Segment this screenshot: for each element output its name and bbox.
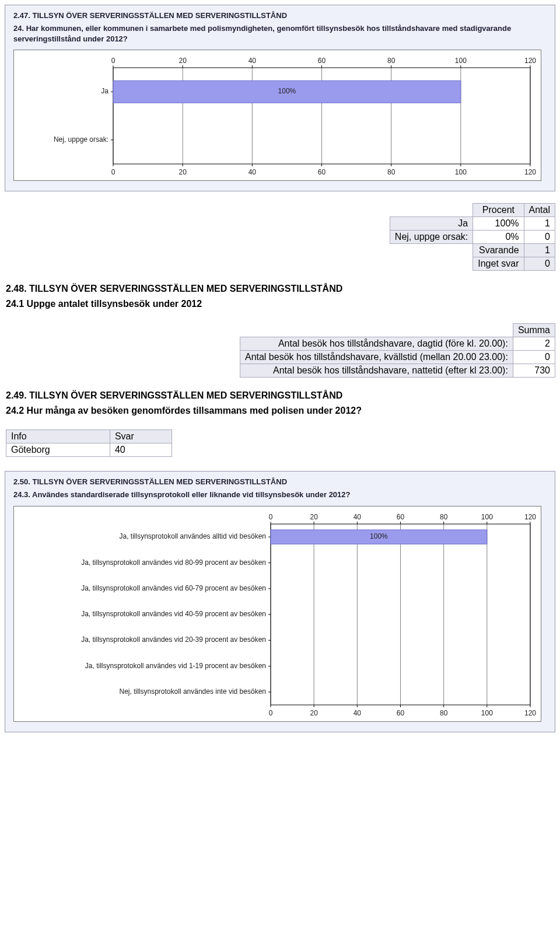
panel-heading: 2.47. TILLSYN ÖVER SERVERINGSSTÄLLEN MED… xyxy=(13,11,547,20)
row-procent: 0% xyxy=(473,230,524,244)
svg-text:120: 120 xyxy=(524,513,536,521)
svg-text:120: 120 xyxy=(524,709,536,717)
svg-text:120: 120 xyxy=(524,168,536,176)
svg-text:Ja, tillsynsprotokoll användes: Ja, tillsynsprotokoll användes vid 80-99… xyxy=(81,558,266,566)
svg-text:Nej, uppge orsak:: Nej, uppge orsak: xyxy=(54,135,108,144)
table-row: Antal besök hos tillståndshavare, nattet… xyxy=(240,364,555,377)
bar-chart-250: 002020404060608080100100120120Ja, tillsy… xyxy=(13,506,541,722)
svg-text:Ja, tillsynsprotokoll användes: Ja, tillsynsprotokoll användes vid 1-19 … xyxy=(85,662,266,670)
bar-chart-247: 002020404060608080100100120120Ja100%Nej,… xyxy=(13,50,541,181)
chart-panel-247: 2.47. TILLSYN ÖVER SERVERINGSSTÄLLEN MED… xyxy=(5,5,555,191)
section-sub-248: 24.1 Uppge antalet tillsynsbesök under 2… xyxy=(6,298,554,310)
summa-table-248: Summa Antal besök hos tillståndshavare, … xyxy=(240,323,555,378)
info-header-info: Info xyxy=(6,430,110,443)
col-procent: Procent xyxy=(473,204,524,217)
svg-text:20: 20 xyxy=(178,57,187,65)
footer-row: Svarande 1 xyxy=(390,244,555,257)
table-row: Ja 100% 1 xyxy=(390,217,555,230)
svar-cell: 40 xyxy=(110,443,172,457)
svg-text:40: 40 xyxy=(354,513,362,521)
svg-text:0: 0 xyxy=(111,57,116,65)
footer-value: 1 xyxy=(524,244,555,257)
section-sub-249: 24.2 Hur många av besöken genomfördes ti… xyxy=(6,404,554,417)
svg-text:80: 80 xyxy=(387,57,396,65)
footer-row: Inget svar 0 xyxy=(390,257,555,271)
svg-text:60: 60 xyxy=(318,168,326,176)
svg-text:100%: 100% xyxy=(370,532,388,540)
svg-text:60: 60 xyxy=(318,57,326,65)
svg-text:80: 80 xyxy=(440,709,448,717)
svg-text:20: 20 xyxy=(310,709,318,717)
svg-text:80: 80 xyxy=(387,168,396,176)
summa-header: Summa xyxy=(513,323,555,337)
svg-text:Ja: Ja xyxy=(101,88,108,96)
row-label: Antal besök hos tillståndshavare, dagtid… xyxy=(240,337,513,350)
row-label: Antal besök hos tillståndshavare, nattet… xyxy=(240,364,513,377)
table-row: Antal besök hos tillståndshavare, dagtid… xyxy=(240,337,555,350)
svg-text:100: 100 xyxy=(481,513,493,521)
info-table-249: Info Svar Göteborg 40 xyxy=(6,429,172,457)
info-cell: Göteborg xyxy=(6,443,110,457)
svg-text:60: 60 xyxy=(397,709,405,717)
svg-text:100%: 100% xyxy=(278,88,296,96)
row-label: Ja xyxy=(390,217,473,230)
svg-text:60: 60 xyxy=(397,513,405,521)
row-procent: 100% xyxy=(473,217,524,230)
row-antal: 0 xyxy=(524,230,555,244)
svg-text:20: 20 xyxy=(178,168,187,176)
svg-text:80: 80 xyxy=(440,513,448,521)
footer-value: 0 xyxy=(524,257,555,271)
svg-text:120: 120 xyxy=(524,57,536,65)
panel-question: 24. Har kommunen, eller kommunen i samar… xyxy=(13,23,547,44)
chart-panel-250: 2.50. TILLSYN ÖVER SERVERINGSSTÄLLEN MED… xyxy=(5,471,555,732)
row-value: 0 xyxy=(513,350,555,364)
table-row: Antal besök hos tillståndshavare, kvälls… xyxy=(240,350,555,364)
row-label: Nej, uppge orsak: xyxy=(390,230,473,244)
svg-text:40: 40 xyxy=(354,709,362,717)
svg-text:100: 100 xyxy=(455,168,467,176)
svg-text:0: 0 xyxy=(269,709,273,717)
svg-text:20: 20 xyxy=(310,513,318,521)
svg-text:Ja, tillsynsprotokoll användes: Ja, tillsynsprotokoll användes alltid vi… xyxy=(120,532,266,540)
panel-heading: 2.50. TILLSYN ÖVER SERVERINGSSTÄLLEN MED… xyxy=(13,477,547,486)
row-value: 730 xyxy=(513,364,555,377)
svg-text:Ja, tillsynsprotokoll användes: Ja, tillsynsprotokoll användes vid 40-59… xyxy=(81,610,266,618)
row-value: 2 xyxy=(513,337,555,350)
table-row: Nej, uppge orsak: 0% 0 xyxy=(390,230,555,244)
col-antal: Antal xyxy=(524,204,555,217)
svg-text:Ja, tillsynsprotokoll användes: Ja, tillsynsprotokoll användes vid 20-39… xyxy=(81,635,266,644)
footer-label: Svarande xyxy=(473,244,524,257)
svg-text:0: 0 xyxy=(111,168,116,176)
svg-text:100: 100 xyxy=(481,709,493,717)
svg-text:40: 40 xyxy=(249,168,257,176)
panel-question: 24.3. Användes standardiserade tillsynsp… xyxy=(13,490,547,500)
footer-label: Inget svar xyxy=(473,257,524,271)
row-label: Antal besök hos tillståndshavare, kvälls… xyxy=(240,350,513,364)
row-antal: 1 xyxy=(524,217,555,230)
table-row: Göteborg 40 xyxy=(6,443,172,457)
svg-text:0: 0 xyxy=(269,513,273,521)
svg-text:Nej, tillsynsprotokoll använde: Nej, tillsynsprotokoll användes inte vid… xyxy=(120,687,266,696)
svg-text:40: 40 xyxy=(249,57,257,65)
results-table-247: Procent Antal Ja 100% 1 Nej, uppge orsak… xyxy=(390,203,555,271)
section-title-248: 2.48. TILLSYN ÖVER SERVERINGSSTÄLLEN MED… xyxy=(6,284,554,294)
svg-text:Ja, tillsynsprotokoll användes: Ja, tillsynsprotokoll användes vid 60-79… xyxy=(81,584,266,592)
section-title-249: 2.49. TILLSYN ÖVER SERVERINGSSTÄLLEN MED… xyxy=(6,390,554,401)
svg-text:100: 100 xyxy=(455,57,467,65)
info-header-svar: Svar xyxy=(110,430,172,443)
